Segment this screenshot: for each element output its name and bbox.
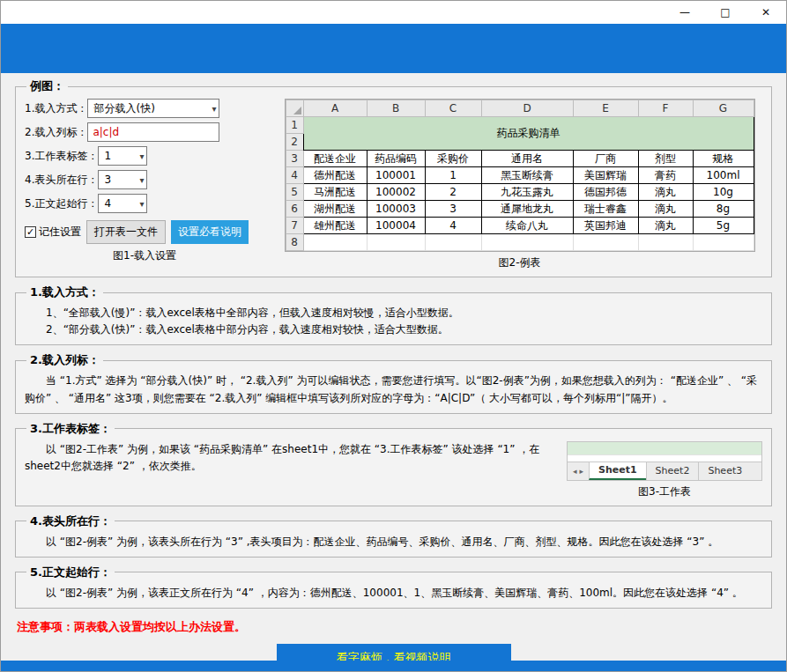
section4-title: 4.表头所在行： xyxy=(26,513,115,529)
table-row: 4 德州配送 100001 1 黑玉断续膏 美国辉瑞 膏药 100ml xyxy=(286,167,754,184)
remember-settings-label: 记住设置 xyxy=(39,225,81,240)
chevron-down-icon: ▾ xyxy=(136,151,144,161)
fig3-caption: 图3-工作表 xyxy=(567,484,762,499)
column-header: B xyxy=(367,100,425,117)
section-load-mode: 1.载入方式： 1、“全部载入(慢)”：载入excel表格中全部内容，但载入速度… xyxy=(15,284,772,345)
column-header: D xyxy=(481,100,573,117)
chevron-down-icon: ▾ xyxy=(136,175,144,185)
video-button-row: 看字麻烦，看视频说明 xyxy=(15,644,772,661)
empty-cell xyxy=(638,234,693,251)
column-header: E xyxy=(573,100,638,117)
load-mode-value: 部分载入(快) xyxy=(93,101,154,116)
sheet-title-cell: 药品采购清单 xyxy=(303,117,754,151)
open-file-button[interactable]: 打开表一文件 xyxy=(86,220,166,244)
header-row-label: 4.表头所在行： xyxy=(25,173,98,188)
data-cell: 九花玉露丸 xyxy=(481,184,573,201)
data-cell: 滴丸 xyxy=(638,218,693,234)
remember-settings-checkbox[interactable]: ✓ 记住设置 xyxy=(25,225,81,240)
data-cell: 膏药 xyxy=(638,167,693,184)
data-cell: 100002 xyxy=(367,184,425,201)
table-header-cell: 厂商 xyxy=(573,151,638,167)
sheet-nav-arrows-icon: ◂ ▸ xyxy=(568,462,589,480)
section-load-columns: 2.载入列标： 当 “1.方式” 选择为 “部分载入(快)” 时， “2.载入列… xyxy=(15,352,772,413)
section3-text: 以 “图2-工作表” 为例，如果该 “药品采购清单” 在sheet1中，您就在 … xyxy=(25,441,556,475)
row-header: 3 xyxy=(286,151,303,167)
notice-text: 注意事项：两表载入设置均按以上办法设置。 xyxy=(17,619,770,635)
blue-footer-strip xyxy=(1,661,786,671)
tab-sheet1: Sheet1 xyxy=(589,462,646,480)
load-settings-panel: 1.载入方式： 部分载入(快) ▾ 2.载入列标： 3.工作表标签： 1 xyxy=(25,99,264,270)
data-cell: 100001 xyxy=(367,167,425,184)
data-cell: 4 xyxy=(425,218,481,234)
data-cell: 5g xyxy=(693,218,754,234)
setup-help-button[interactable]: 设置必看说明 xyxy=(171,220,249,244)
sheet-tab-value: 1 xyxy=(104,150,111,162)
data-cell: 滴丸 xyxy=(638,184,693,201)
data-cell: 黑玉断续膏 xyxy=(481,167,573,184)
section2-title: 2.载入列标： xyxy=(26,352,103,368)
data-cell: 马洲配送 xyxy=(303,184,367,201)
load-mode-select[interactable]: 部分载入(快) ▾ xyxy=(87,99,219,118)
minimize-button[interactable]: — xyxy=(664,1,705,24)
data-cell: 滴丸 xyxy=(638,201,693,218)
load-mode-label: 1.载入方式： xyxy=(25,101,87,116)
row-header: 1 xyxy=(286,117,303,134)
header-row-select[interactable]: 3 ▾ xyxy=(98,170,147,189)
row-header: 6 xyxy=(286,201,303,218)
maximize-button[interactable]: □ xyxy=(705,1,746,24)
empty-cell xyxy=(693,234,754,251)
mini-sheet-image: ◂ ▸ Sheet1 Sheet2 Sheet3 xyxy=(567,441,762,481)
empty-cell xyxy=(303,234,367,251)
body-row-select[interactable]: 4 ▾ xyxy=(98,194,147,213)
close-button[interactable]: ✕ xyxy=(746,1,786,24)
row-header: 5 xyxy=(286,184,303,201)
table-row: 8 xyxy=(286,234,754,251)
empty-cell xyxy=(481,234,573,251)
table-header-cell: 通用名 xyxy=(481,151,573,167)
data-cell: 100003 xyxy=(367,201,425,218)
row-header: 8 xyxy=(286,234,303,251)
select-all-corner xyxy=(286,100,303,117)
row-header: 2 xyxy=(286,134,303,151)
tab-sheet3: Sheet3 xyxy=(698,462,751,480)
data-cell: 通犀地龙丸 xyxy=(481,201,573,218)
data-cell: 雄州配送 xyxy=(303,218,367,234)
row-header: 7 xyxy=(286,218,303,234)
empty-cell xyxy=(573,234,638,251)
section5-text: 以 “图2-例表” 为例，该表正文所在行为 “4” ，内容为：德州配送、1000… xyxy=(25,585,762,602)
section-body-row: 5.正文起始行： 以 “图2-例表” 为例，该表正文所在行为 “4” ，内容为：… xyxy=(15,565,772,609)
header-row-value: 3 xyxy=(104,174,111,186)
load-columns-input[interactable] xyxy=(87,122,219,142)
fig1-caption: 图1-载入设置 xyxy=(25,248,264,263)
column-header: F xyxy=(638,100,693,117)
table-row: 7 雄州配送 100004 4 续命八丸 英国邦迪 滴丸 5g xyxy=(286,218,754,234)
table-header-cell: 规格 xyxy=(693,151,754,167)
sheet-tab-select[interactable]: 1 ▾ xyxy=(98,146,147,166)
video-help-button[interactable]: 看字麻烦，看视频说明 xyxy=(277,644,511,661)
empty-cell xyxy=(367,234,425,251)
data-cell: 德州配送 xyxy=(303,167,367,184)
section1-line2: 2、“部分载入(快)”：载入excel表格中部分内容，载入速度相对较快，适合大型… xyxy=(25,321,762,338)
column-header: A xyxy=(303,100,367,117)
example-legend: 例图： xyxy=(26,78,68,94)
example-groupbox: 例图： 1.载入方式： 部分载入(快) ▾ 2.载入列标： xyxy=(15,78,772,277)
section3-title: 3.工作表标签： xyxy=(26,421,115,437)
section5-title: 5.正文起始行： xyxy=(26,565,115,580)
table-header-cell: 剂型 xyxy=(638,151,693,167)
data-cell: 2 xyxy=(425,184,481,201)
table-row: 6 湖州配送 100003 3 通犀地龙丸 瑞士睿鑫 滴丸 8g xyxy=(286,201,754,218)
tab-sheet2: Sheet2 xyxy=(646,462,699,480)
empty-cell xyxy=(425,234,481,251)
data-cell: 续命八丸 xyxy=(481,218,573,234)
data-cell: 瑞士睿鑫 xyxy=(573,201,638,218)
data-cell: 德国邦德 xyxy=(573,184,638,201)
column-header: G xyxy=(693,100,754,117)
section1-line1: 1、“全部载入(慢)”：载入excel表格中全部内容，但载入速度相对较慢，适合小… xyxy=(25,305,762,321)
sheet-tab-label: 3.工作表标签： xyxy=(25,149,98,164)
data-cell: 8g xyxy=(693,201,754,218)
sheet-tabbar: ◂ ▸ Sheet1 Sheet2 Sheet3 xyxy=(568,462,761,480)
chevron-down-icon: ▾ xyxy=(136,199,144,209)
titlebar: — □ ✕ xyxy=(1,1,786,24)
data-cell: 10g xyxy=(693,184,754,201)
select-all-triangle-icon xyxy=(293,107,301,114)
